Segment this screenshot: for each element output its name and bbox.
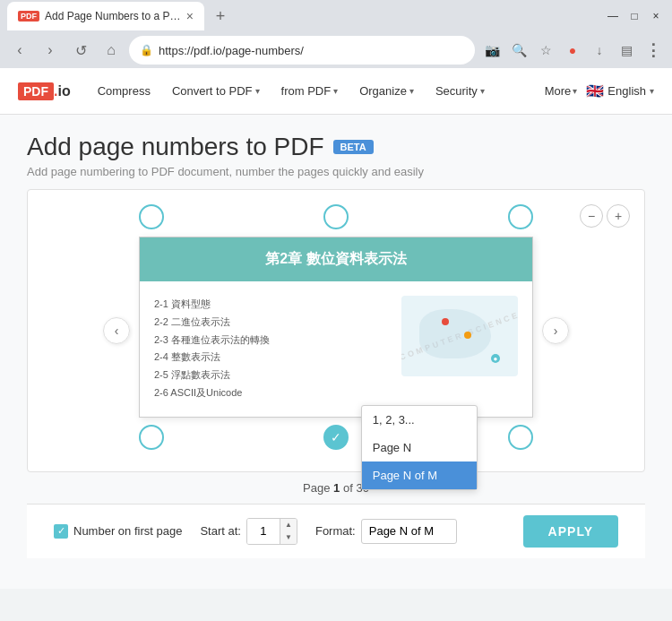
beta-badge: BETA: [333, 140, 374, 154]
pdf-page-preview: 第2章 數位資料表示法 2-1 資料型態 2-2 二進位表示法 2-3 各種進位…: [139, 237, 533, 418]
start-at-label: Start at:: [200, 524, 241, 538]
start-number-input[interactable]: 1 ▲ ▼: [246, 518, 297, 545]
toc-item: 2-1 資料型態: [154, 296, 392, 314]
close-window-button[interactable]: ×: [647, 7, 665, 25]
toc-item: 2-4 整數表示法: [154, 349, 392, 367]
tab-title: Add Page Numbers to a PDF F...: [45, 10, 181, 22]
dropdown-item-123[interactable]: 1, 2, 3...: [362, 406, 477, 434]
bookmark-icon[interactable]: ☆: [534, 39, 557, 62]
chrome-icon[interactable]: ●: [561, 39, 584, 62]
nav-from-pdf[interactable]: from PDF ▾: [272, 79, 348, 103]
pdf-toc: 2-1 資料型態 2-2 二進位表示法 2-3 各種進位表示法的轉換 2-4 整…: [154, 296, 392, 402]
format-dropdown-menu: 1, 2, 3... Page N Page N of M: [361, 405, 478, 490]
chevron-down-icon: ▾: [255, 86, 260, 96]
checkmark-icon: ✓: [331, 430, 341, 444]
site-logo[interactable]: PDF . io: [18, 82, 71, 100]
chevron-down-icon: ▾: [333, 86, 338, 96]
spinners: ▲ ▼: [280, 519, 297, 544]
nav-compress[interactable]: Compress: [89, 79, 159, 103]
lock-icon: 🔒: [140, 44, 153, 56]
pdf-chapter-title: 第2章 數位資料表示法: [152, 250, 520, 269]
address-bar-input[interactable]: 🔒 https://pdf.io/page-numbers/: [129, 36, 475, 65]
chevron-down-icon: ▾: [480, 86, 485, 96]
download-icon[interactable]: ↓: [588, 39, 611, 62]
url-text: https://pdf.io/page-numbers/: [159, 44, 464, 57]
chevron-down-icon: ▾: [650, 86, 654, 96]
position-dot-bottom-left[interactable]: [139, 425, 164, 450]
page-title: Add page numbers to PDF BETA: [27, 133, 645, 161]
forward-button[interactable]: ›: [38, 38, 63, 63]
zoom-in-button[interactable]: +: [607, 204, 630, 228]
flag-icon: 🇬🇧: [586, 82, 604, 99]
logo-io: io: [57, 83, 70, 99]
of-label: of: [343, 481, 353, 495]
new-tab-button[interactable]: +: [208, 4, 233, 29]
logo-pdf: PDF: [18, 82, 54, 100]
nav-more[interactable]: More ▾: [536, 79, 587, 103]
start-number-value[interactable]: 1: [247, 519, 280, 544]
pdf-map-area: COMPUTER SCIENCE ●: [401, 296, 518, 376]
page-indicator: Page 1 of 30: [27, 472, 645, 504]
position-dot-top-left[interactable]: [139, 204, 164, 229]
position-dot-bottom-right[interactable]: [508, 425, 533, 450]
prev-page-button[interactable]: ‹: [103, 317, 130, 344]
nav-items: Compress Convert to PDF ▾ from PDF ▾ Org…: [89, 79, 536, 103]
chevron-down-icon: ▾: [573, 86, 577, 96]
pdf-page-body: 2-1 資料型態 2-2 二進位表示法 2-3 各種進位表示法的轉換 2-4 整…: [140, 281, 532, 417]
toc-item: 2-6 ASCII及Unicode: [154, 384, 392, 402]
spin-down-button[interactable]: ▼: [280, 531, 297, 544]
dropdown-item-page-n-of-m[interactable]: Page N of M: [362, 461, 477, 489]
dropdown-item-page-n[interactable]: Page N: [362, 434, 477, 461]
tab-favicon: PDF: [18, 11, 39, 22]
language-selector[interactable]: 🇬🇧 English ▾: [586, 82, 654, 99]
current-page: 1: [333, 481, 340, 495]
extensions-icon[interactable]: ▤: [615, 39, 638, 62]
tab-close-button[interactable]: ×: [186, 9, 194, 23]
language-label: English: [607, 84, 646, 98]
page-label: Page: [303, 481, 330, 495]
maximize-button[interactable]: □: [625, 7, 643, 25]
apply-button[interactable]: APPLY: [523, 515, 618, 548]
browser-tab[interactable]: PDF Add Page Numbers to a PDF F... ×: [7, 2, 204, 30]
toc-item: 2-5 浮點數表示法: [154, 367, 392, 384]
position-dots-top: [139, 204, 533, 229]
page-header: Add page numbers to PDF BETA Add page nu…: [27, 133, 645, 178]
spin-up-button[interactable]: ▲: [280, 519, 297, 531]
page-content: Add page numbers to PDF BETA Add page nu…: [0, 115, 672, 589]
zoom-out-button[interactable]: −: [580, 204, 603, 228]
cast-icon[interactable]: 📷: [480, 39, 504, 62]
minimize-button[interactable]: —: [604, 7, 622, 25]
checkbox-check-icon: ✓: [57, 525, 65, 537]
zoom-controls: − +: [580, 204, 630, 228]
site-navigation: PDF . io Compress Convert to PDF ▾ from …: [0, 68, 672, 115]
position-dot-top-center[interactable]: [323, 204, 349, 229]
toc-item: 2-3 各種進位表示法的轉換: [154, 332, 392, 349]
back-button[interactable]: ‹: [7, 38, 32, 63]
format-section: Format: 1, 2, 3... Page N Page N of M 1,…: [315, 519, 457, 544]
more-options-icon[interactable]: ⋮: [642, 39, 665, 62]
format-select[interactable]: 1, 2, 3... Page N Page N of M: [361, 519, 457, 544]
nav-organize[interactable]: Organize ▾: [350, 79, 423, 103]
next-page-button[interactable]: ›: [542, 317, 569, 344]
nav-convert-to-pdf[interactable]: Convert to PDF ▾: [163, 79, 269, 103]
preview-area: − + 第2章 數位資料表示法 2-1 資料型態: [27, 189, 645, 472]
position-dot-bottom-center[interactable]: ✓: [323, 425, 349, 450]
nav-security[interactable]: Security ▾: [426, 79, 494, 103]
format-label: Format:: [315, 524, 356, 538]
number-first-page-label: Number on first page: [73, 524, 182, 538]
number-first-page-checkbox[interactable]: ✓: [54, 524, 68, 539]
page-subtitle: Add page numbering to PDF document, numb…: [27, 165, 645, 178]
start-at-group: Start at: 1 ▲ ▼: [200, 518, 297, 545]
toc-item: 2-2 二進位表示法: [154, 314, 392, 332]
bottom-bar: ✓ Number on first page Start at: 1 ▲ ▼ F…: [27, 504, 645, 558]
pdf-page-header: 第2章 數位資料表示法: [140, 237, 532, 281]
position-dot-top-right[interactable]: [508, 204, 533, 229]
number-on-first-page-group: ✓ Number on first page: [54, 524, 182, 539]
search-address-icon[interactable]: 🔍: [507, 39, 530, 62]
chevron-down-icon: ▾: [409, 86, 414, 96]
home-button[interactable]: ⌂: [99, 38, 124, 63]
refresh-button[interactable]: ↺: [68, 38, 93, 63]
